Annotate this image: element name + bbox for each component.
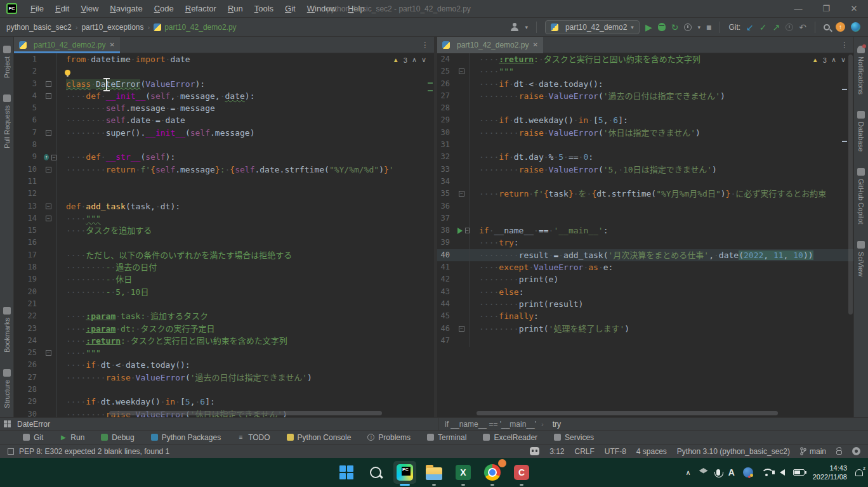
gutter[interactable] — [43, 249, 57, 261]
breadcrumb-left[interactable]: DateError — [0, 420, 438, 429]
breadcrumb-item[interactable]: part10_exceptions — [81, 23, 143, 32]
line-number[interactable]: 37 — [437, 212, 456, 224]
start-button[interactable] — [335, 461, 358, 484]
horizontal-scrollbar[interactable] — [477, 411, 778, 415]
tool-window-button-python-console[interactable]: Python Console — [287, 433, 352, 442]
gutter[interactable]: − — [43, 200, 57, 212]
line-number[interactable]: 3 — [14, 78, 43, 90]
line-number[interactable]: 35 — [437, 188, 456, 200]
run-config-select[interactable]: part10_42_demo2 ▾ — [545, 20, 640, 34]
tool-window-button-services[interactable]: Services — [554, 433, 594, 442]
tool-window-button-python-packages[interactable]: Python Packages — [151, 433, 221, 442]
gutter[interactable]: − — [43, 127, 57, 139]
code-line-17[interactable]: 17····ただし、以下の条件のいずれかを満たす場合は拒絶する — [14, 249, 434, 261]
line-number[interactable]: 29 — [14, 396, 43, 408]
code-line-37[interactable]: 37 — [437, 212, 853, 224]
line-number[interactable]: 25 — [14, 347, 43, 359]
breadcrumb-item[interactable]: python_basic_sec2 — [6, 23, 72, 32]
code-line-21[interactable]: 21 — [14, 298, 434, 310]
stripe-item-pull-requests[interactable]: Pull Requests — [3, 94, 11, 148]
line-number[interactable]: 41 — [437, 261, 456, 273]
run-button[interactable]: ▶ — [645, 23, 652, 32]
code-editor-left[interactable]: ▲ 3 ∧ ∨ 1from·datetime·import·date23−cla… — [14, 53, 434, 417]
line-number[interactable]: 28 — [14, 384, 43, 396]
history-icon[interactable] — [786, 23, 793, 31]
gutter[interactable] — [43, 261, 57, 273]
tray-chevron-icon[interactable]: ∧ — [686, 469, 691, 477]
breadcrumb-class[interactable]: DateError — [17, 420, 50, 429]
code-line-41[interactable]: 41····except·ValueError·as·e: — [437, 261, 853, 273]
code-line-47[interactable]: 47 — [437, 335, 853, 347]
code-line-27[interactable]: 27········raise·ValueError('過去の日付は指定できませ… — [437, 90, 853, 102]
fold-icon[interactable]: − — [46, 167, 51, 172]
menu-item-file[interactable]: File — [25, 4, 49, 13]
more-options-icon[interactable]: ⋮ — [841, 41, 848, 49]
code-line-25[interactable]: 25−····""" — [437, 65, 853, 77]
breadcrumb-right[interactable]: if __name__ == '__main__' › try — [438, 418, 868, 430]
line-number[interactable]: 22 — [14, 310, 43, 322]
line-separator[interactable]: CRLF — [574, 447, 594, 456]
line-number[interactable]: 6 — [14, 114, 43, 126]
gutter[interactable] — [43, 176, 57, 188]
gutter[interactable] — [43, 408, 57, 417]
breadcrumb-try[interactable]: try — [553, 420, 561, 429]
prev-warning-icon[interactable]: ∧ — [412, 56, 417, 64]
line-number[interactable]: 12 — [14, 188, 43, 200]
taskbar-clock[interactable]: 14:43 2022/11/08 — [813, 464, 847, 481]
gutter[interactable] — [456, 78, 470, 90]
taskbar-explorer-button[interactable] — [423, 461, 445, 484]
wifi-icon[interactable] — [761, 469, 772, 476]
line-number[interactable]: 30 — [14, 408, 43, 417]
code-line-13[interactable]: 13−def·add_task(task,·dt): — [14, 200, 434, 212]
user-icon[interactable] — [510, 23, 519, 32]
code-line-44[interactable]: 44········print(result) — [437, 298, 853, 310]
code-line-42[interactable]: 42········print(e) — [437, 273, 853, 285]
gutter[interactable] — [456, 261, 470, 273]
gutter[interactable]: − — [456, 65, 470, 77]
taskbar-pycharm-button[interactable] — [393, 461, 416, 484]
code-line-1[interactable]: 1from·datetime·import·date — [14, 53, 434, 65]
tool-window-button-run[interactable]: ▶Run — [60, 433, 84, 442]
line-number[interactable]: 40 — [437, 249, 456, 261]
prev-warning-icon[interactable]: ∧ — [831, 56, 836, 64]
debug-button[interactable] — [658, 23, 666, 31]
menu-item-view[interactable]: View — [75, 4, 104, 13]
line-number[interactable]: 27 — [14, 372, 43, 384]
line-number[interactable]: 5 — [14, 102, 43, 114]
code-line-27[interactable]: 27········raise·ValueError('過去の日付は指定できませ… — [14, 372, 434, 384]
caret-position[interactable]: 3:12 — [549, 447, 564, 456]
gutter[interactable] — [43, 323, 57, 335]
code-line-39[interactable]: 39····try: — [437, 237, 853, 249]
line-number[interactable]: 25 — [437, 65, 456, 77]
gutter[interactable] — [43, 396, 57, 408]
code-line-22[interactable]: 22····:param·task:·追加するタスク — [14, 310, 434, 322]
code-line-28[interactable]: 28 — [14, 384, 434, 396]
code-line-3[interactable]: 3−class·DateError(ValueError): — [14, 78, 434, 90]
fold-icon[interactable]: − — [459, 191, 464, 197]
fold-icon[interactable]: − — [46, 130, 51, 136]
line-number[interactable]: 45 — [437, 310, 456, 322]
line-number[interactable]: 44 — [437, 298, 456, 310]
code-line-36[interactable]: 36 — [437, 200, 853, 212]
line-number[interactable]: 17 — [14, 249, 43, 261]
fold-icon[interactable]: − — [46, 350, 51, 356]
next-warning-icon[interactable]: ∨ — [421, 56, 426, 64]
line-number[interactable]: 4 — [14, 90, 43, 102]
gutter[interactable] — [456, 102, 470, 114]
code-line-33[interactable]: 33········raise·ValueError('5,·10日は指定できま… — [437, 164, 853, 176]
close-button[interactable]: ✕ — [840, 0, 868, 18]
more-options-icon[interactable]: ⋮ — [421, 41, 429, 49]
app-sphere-icon[interactable] — [743, 467, 753, 477]
menu-item-edit[interactable]: Edit — [49, 4, 75, 13]
fold-icon[interactable]: − — [46, 93, 51, 99]
gutter[interactable] — [43, 102, 57, 114]
profiler-button[interactable] — [684, 23, 692, 31]
menu-item-git[interactable]: Git — [279, 4, 301, 13]
stripe-item-github-copilot[interactable]: GitHub Copilot — [857, 168, 865, 224]
unlock-icon[interactable] — [836, 450, 842, 455]
taskbar-excel-button[interactable]: X — [452, 461, 475, 484]
gutter[interactable] — [456, 237, 470, 249]
code-with-me-icon[interactable] — [851, 22, 860, 32]
gutter[interactable] — [43, 384, 57, 396]
line-number[interactable]: 31 — [437, 139, 456, 151]
